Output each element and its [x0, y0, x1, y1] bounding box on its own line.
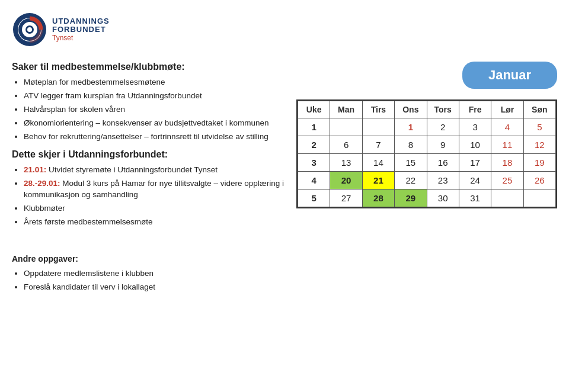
calendar-day: 21: [362, 172, 394, 189]
calendar-day: 7: [362, 136, 394, 154]
logo-text: UTDANNINGS FORBUNDET Tynset: [52, 17, 110, 42]
col-header-man: Man: [330, 101, 362, 118]
main-bullet-list: Møteplan for medbestemmelsesmøtene ATV l…: [12, 77, 284, 142]
calendar-day: 27: [330, 189, 362, 207]
calendar-day: 20: [330, 172, 362, 189]
left-column: Saker til medbestemmelse/klubbmøte: Møte…: [12, 62, 284, 235]
calendar-day: 11: [491, 136, 523, 154]
highlight-date-1: 21.01:: [24, 165, 46, 174]
list-item: 21.01: Utvidet styremøte i Utdanningsfor…: [24, 165, 284, 176]
list-item: Klubbmøter: [24, 203, 284, 214]
calendar-row: 52728293031: [298, 189, 556, 207]
calendar-day: 5: [523, 118, 555, 136]
week-number: 5: [298, 189, 330, 207]
calendar-day: 17: [459, 154, 491, 172]
list-item: Oppdatere medlemslistene i klubben: [24, 268, 557, 279]
list-item: Behov for rekruttering/ansettelser – for…: [24, 131, 284, 143]
calendar-day: 4: [491, 118, 523, 136]
main-content: Saker til medbestemmelse/klubbmøte: Møte…: [12, 62, 557, 235]
col-header-uke: Uke: [298, 101, 330, 118]
week-number: 1: [298, 118, 330, 136]
logo-text-main: UTDANNINGS: [52, 17, 110, 25]
calendar-day: 8: [395, 136, 427, 154]
calendar-row: 26789101112: [298, 136, 556, 154]
right-column: Januar Uke Man Tirs Ons Tors Fre Lør Søn: [296, 62, 557, 208]
logo-text-tynset: Tynset: [52, 34, 110, 42]
list-item: 28.-29.01: Modul 3 kurs på Hamar for nye…: [24, 178, 284, 201]
calendar-day: 16: [427, 154, 459, 172]
calendar-day: 15: [395, 154, 427, 172]
calendar-day: 22: [395, 172, 427, 189]
calendar-row: 313141516171819: [298, 154, 556, 172]
calendar-day: 29: [395, 189, 427, 207]
calendar-day: 1: [395, 118, 427, 136]
calendar-day: 25: [491, 172, 523, 189]
section3-bullet-list: Oppdatere medlemslistene i klubben Fores…: [12, 268, 557, 293]
section2-item-1-text: Utvidet styremøte i Utdanningsforbundet …: [49, 165, 218, 174]
col-header-tirs: Tirs: [362, 101, 394, 118]
calendar-day: 9: [427, 136, 459, 154]
list-item: Årets første medbestemmelsesmøte: [24, 217, 284, 228]
section3-title: Andre oppgaver:: [12, 254, 557, 264]
header: UTDANNINGS FORBUNDET Tynset: [12, 12, 557, 47]
calendar-day: 30: [427, 189, 459, 207]
calendar-day: 28: [362, 189, 394, 207]
col-header-lor: Lør: [491, 101, 523, 118]
calendar-day: 3: [459, 118, 491, 136]
logo-container: UTDANNINGS FORBUNDET Tynset: [12, 12, 110, 47]
calendar-day: 2: [427, 118, 459, 136]
calendar-row: 112345: [298, 118, 556, 136]
calendar-day: [491, 189, 523, 207]
calendar-table: Uke Man Tirs Ons Tors Fre Lør Søn 112345…: [298, 101, 556, 207]
section2-item-2-text: Modul 3 kurs på Hamar for nye tillitsval…: [24, 179, 284, 199]
logo-text-sub: FORBUNDET: [52, 25, 110, 34]
list-item: Økonomiorientering – konsekvenser av bud…: [24, 118, 284, 129]
week-number: 3: [298, 154, 330, 172]
calendar-wrapper: Uke Man Tirs Ons Tors Fre Lør Søn 112345…: [296, 99, 557, 208]
header-title: Saker til medbestemmelse/klubbmøte:: [12, 62, 284, 72]
month-badge: Januar: [462, 62, 557, 89]
week-number: 4: [298, 172, 330, 189]
highlight-date-2: 28.-29.01:: [24, 179, 60, 188]
col-header-fre: Fre: [459, 101, 491, 118]
section2-bullet-list: 21.01: Utvidet styremøte i Utdanningsfor…: [12, 165, 284, 227]
calendar-day: 19: [523, 154, 555, 172]
list-item: ATV legger fram kursplan fra Utdanningsf…: [24, 91, 284, 102]
list-item: Halvårsplan for skolen våren: [24, 104, 284, 115]
calendar-day: 31: [459, 189, 491, 207]
page-container: UTDANNINGS FORBUNDET Tynset Saker til me…: [12, 12, 557, 300]
calendar-day: 18: [491, 154, 523, 172]
calendar-header-row: Uke Man Tirs Ons Tors Fre Lør Søn: [298, 101, 556, 118]
calendar-day: 23: [427, 172, 459, 189]
calendar-row: 420212223242526: [298, 172, 556, 189]
calendar-day: [362, 118, 394, 136]
calendar-day: 6: [330, 136, 362, 154]
calendar-day: 13: [330, 154, 362, 172]
list-item: Møteplan for medbestemmelsesmøtene: [24, 77, 284, 88]
col-header-tors: Tors: [427, 101, 459, 118]
list-item: Foreslå kandidater til verv i lokallaget: [24, 282, 557, 293]
svg-point-5: [27, 27, 32, 32]
col-header-son: Søn: [523, 101, 555, 118]
week-number: 2: [298, 136, 330, 154]
logo-icon: [12, 12, 47, 47]
calendar-day: 24: [459, 172, 491, 189]
calendar-day: 10: [459, 136, 491, 154]
bottom-section: Andre oppgaver: Oppdatere medlemslistene…: [12, 254, 557, 300]
calendar-day: [523, 189, 555, 207]
calendar-day: 14: [362, 154, 394, 172]
calendar-day: [330, 118, 362, 136]
col-header-ons: Ons: [395, 101, 427, 118]
calendar-day: 12: [523, 136, 555, 154]
calendar-day: 26: [523, 172, 555, 189]
section2-title: Dette skjer i Utdanningsforbundet:: [12, 149, 284, 160]
